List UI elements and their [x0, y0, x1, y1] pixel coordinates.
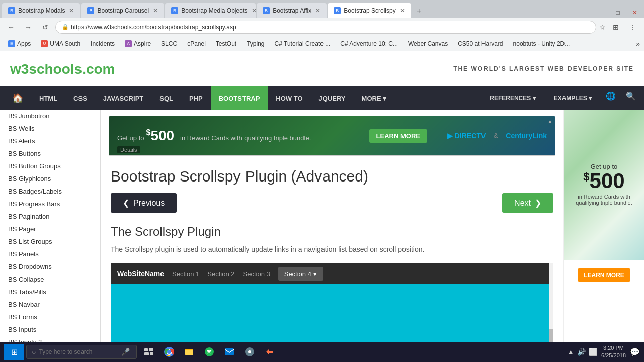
demo-section4[interactable]: Section 4 ▾ [278, 267, 323, 281]
extensions-button[interactable]: ⊞ [609, 20, 623, 34]
bookmark-apps[interactable]: ⊞ Apps [4, 39, 35, 48]
bookmark-slcc[interactable]: SLCC [157, 39, 181, 48]
tab-close-media[interactable]: ✕ [252, 7, 256, 14]
taskbar-chrome[interactable] [161, 344, 177, 360]
start-button[interactable]: ⊞ [4, 344, 24, 360]
bookmark-cs50[interactable]: CS50 at Harvard [454, 39, 507, 48]
sidebar-item-pagination[interactable]: BS Pagination [0, 210, 100, 223]
sidebar-item-progress[interactable]: BS Progress Bars [0, 198, 100, 210]
tab-bootstrap-affix[interactable]: B Bootstrap Affix ✕ [257, 3, 327, 18]
demo-section2[interactable]: Section 2 [207, 270, 234, 278]
nav-javascript[interactable]: JAVASCRIPT [95, 86, 151, 110]
sidebar-item-collapse[interactable]: BS Collapse [0, 273, 100, 286]
forward-button[interactable]: → [21, 20, 35, 34]
sidebar-item-alerts[interactable]: BS Alerts [0, 135, 100, 147]
demo-section3[interactable]: Section 3 [243, 270, 270, 278]
notification-icon[interactable]: 💬 [630, 347, 640, 357]
close-button[interactable]: ✕ [628, 7, 642, 18]
nav-html[interactable]: HTML [31, 86, 65, 110]
bookmark-csharp[interactable]: C# Tutorial Create ... [271, 39, 335, 48]
bookmark-weber[interactable]: Weber Canvas [404, 39, 452, 48]
bookmark-aspire[interactable]: A Aspire [121, 39, 155, 48]
demo-section1[interactable]: Section 1 [172, 270, 199, 278]
sidebar-item-badges[interactable]: BS Badges/Labels [0, 185, 100, 198]
demo-scrollbar-track [549, 263, 553, 329]
sidebar-item-tabs[interactable]: BS Tabs/Pills [0, 286, 100, 298]
bookmark-noobtuts[interactable]: noobtuts - Unity 2D... [509, 39, 574, 48]
menu-button[interactable]: ⋮ [626, 20, 640, 34]
sidebar-item-wells[interactable]: BS Wells [0, 122, 100, 135]
taskbar-search-input[interactable] [39, 348, 119, 355]
sidebar-item-glyphicons[interactable]: BS Glyphicons [0, 172, 100, 185]
bookmark-testout[interactable]: TestOut [212, 39, 240, 48]
sidebar-item-forms[interactable]: BS Forms [0, 311, 100, 323]
taskbar-pinned-apps [141, 344, 278, 360]
bookmark-typing[interactable]: Typing [243, 39, 268, 48]
nav-bootstrap[interactable]: BOOTSTRAP [211, 86, 268, 110]
nav-sql[interactable]: SQL [151, 86, 181, 110]
tab-bootstrap-scrollspy[interactable]: B Bootstrap Scrollspy ✕ [328, 3, 411, 18]
sidebar-item-inputs[interactable]: BS Inputs [0, 323, 100, 336]
taskbar-search[interactable]: ○ 🎤 [26, 345, 137, 359]
taskbar-clock[interactable]: 3:20 PM 6/25/2018 [601, 344, 626, 360]
svg-point-13 [248, 350, 251, 353]
bookmark-cpanel[interactable]: cPanel [183, 39, 210, 48]
next-arrow: ❯ [535, 198, 541, 208]
tab-bootstrap-carousel[interactable]: B Bootstrap Carousel ✕ [81, 3, 164, 18]
microphone-icon[interactable]: 🎤 [121, 348, 130, 356]
nav-php[interactable]: PHP [181, 86, 211, 110]
right-ad-text: in Reward Cards with qualifying triple b… [572, 194, 636, 206]
bookmark-uma-south[interactable]: U UMA South [37, 39, 85, 48]
tab-bootstrap-modals[interactable]: B Bootstrap Modals ✕ [2, 3, 80, 18]
tab-bootstrap-media[interactable]: B Bootstrap Media Objects ✕ [165, 3, 256, 18]
site-logo[interactable]: w3schools.com [10, 59, 115, 78]
tab-close-carousel[interactable]: ✕ [153, 7, 158, 14]
sidebar-item-pager[interactable]: BS Pager [0, 223, 100, 235]
network-icon[interactable]: ▲ [567, 348, 574, 356]
nav-howto[interactable]: HOW TO [268, 86, 310, 110]
sidebar-item-button-groups[interactable]: BS Button Groups [0, 160, 100, 172]
taskbar-dev-tools[interactable] [262, 344, 278, 360]
nav-references[interactable]: REFERENCES ▾ [481, 86, 543, 110]
sidebar-item-list-groups[interactable]: BS List Groups [0, 235, 100, 248]
sidebar-item-navbar[interactable]: BS Navbar [0, 298, 100, 311]
demo-scrollbar[interactable] [549, 263, 553, 349]
new-tab-button[interactable]: + [412, 4, 426, 18]
taskbar-mail[interactable] [221, 344, 237, 360]
sidebar-item-dropdowns[interactable]: BS Dropdowns [0, 260, 100, 273]
tab-icon-modals: B [8, 7, 15, 14]
taskbar-task-view[interactable] [141, 344, 157, 360]
bookmark-incidents[interactable]: Incidents [87, 39, 119, 48]
taskbar-settings[interactable] [242, 344, 258, 360]
nav-more[interactable]: MORE ▾ [354, 86, 395, 110]
ad-learn-button[interactable]: LEARN MORE [369, 129, 427, 143]
maximize-button[interactable]: □ [611, 7, 625, 18]
nav-search-icon[interactable]: 🔍 [622, 86, 640, 105]
next-button[interactable]: Next ❯ [502, 193, 553, 213]
nav-globe-icon[interactable]: 🌐 [602, 86, 620, 105]
address-input[interactable]: 🔒 https://www.w3schools.com/bootstrap/bo… [55, 21, 596, 34]
nav-home[interactable]: 🏠 [4, 86, 31, 110]
right-ad-learn-button[interactable]: LEARN MORE [578, 268, 630, 282]
taskbar-spotify[interactable] [201, 344, 217, 360]
tab-close-modals[interactable]: ✕ [69, 7, 74, 14]
more-bookmarks-button[interactable]: » [636, 40, 640, 48]
taskbar-files[interactable] [181, 344, 197, 360]
nav-jquery[interactable]: JQUERY [311, 86, 354, 110]
sidebar-item-buttons[interactable]: BS Buttons [0, 147, 100, 160]
main-nav: 🏠 HTML CSS JAVASCRIPT SQL PHP BOOTSTRAP … [0, 86, 644, 110]
back-button[interactable]: ← [4, 20, 18, 34]
nav-examples[interactable]: EXAMPLES ▾ [546, 86, 600, 110]
nav-css[interactable]: CSS [65, 86, 95, 110]
sidebar-item-panels[interactable]: BS Panels [0, 248, 100, 260]
reload-button[interactable]: ↺ [38, 20, 52, 34]
ad-details-button[interactable]: Details [117, 146, 140, 153]
previous-button[interactable]: ❮ Previous [111, 193, 177, 213]
sidebar-item-jumbotron[interactable]: BS Jumbotron [0, 110, 100, 122]
bookmark-csharp2[interactable]: C# Adventure 10: C... [336, 39, 402, 48]
bookmark-icon[interactable]: ☆ [599, 23, 606, 31]
minimize-button[interactable]: ─ [594, 7, 608, 18]
tab-close-scrollspy[interactable]: ✕ [400, 7, 405, 14]
tab-close-affix[interactable]: ✕ [315, 7, 320, 14]
volume-icon[interactable]: 🔊 [577, 348, 586, 356]
